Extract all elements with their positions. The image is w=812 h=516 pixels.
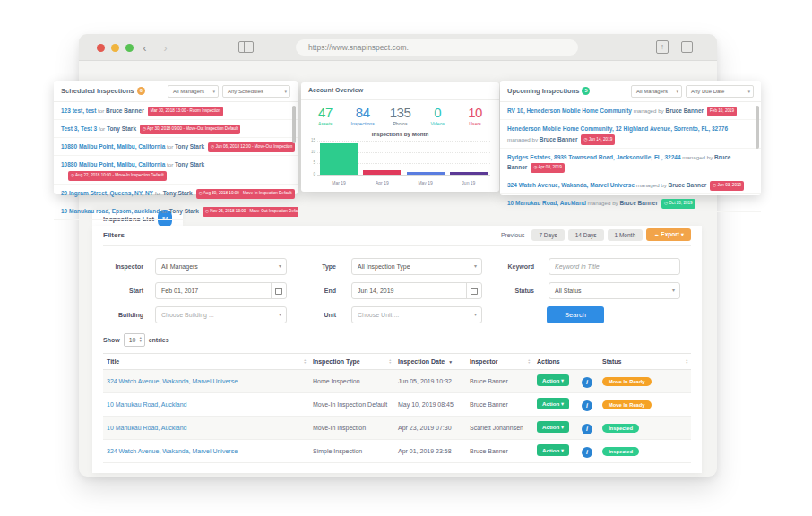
property-link[interactable]: 10880 Malibu Point, Malibu, California [61, 143, 165, 150]
row-title-link[interactable]: 10 Manukau Road, Auckland [107, 425, 187, 431]
inspector-field[interactable]: All Managers▾ [155, 258, 287, 275]
back-icon[interactable]: ‹ [143, 42, 147, 55]
range-button-1-month[interactable]: 1 Month [608, 229, 644, 241]
person-name[interactable]: Tony Stark [175, 143, 204, 150]
bar-jun-19[interactable] [450, 172, 488, 175]
upcoming-scrollbar[interactable] [756, 106, 759, 149]
status-badge: Move In Ready [602, 400, 652, 409]
sort-icon[interactable]: ▲▼ [527, 359, 531, 365]
date-badge: ◷ Apr 30, 2018 09:00 - Move-Out Inspecti… [140, 125, 240, 135]
list-item: Test 3, Test 3 for Tony Stark◷ Apr 30, 2… [54, 120, 298, 138]
person-name[interactable]: Bruce Banner [540, 136, 578, 142]
connector-text: for [160, 208, 169, 214]
range-button-7-days[interactable]: 7 Days [531, 229, 564, 241]
info-icon[interactable]: i [582, 447, 592, 458]
date-value: Feb 01, 2017 [161, 288, 198, 294]
page-size-stepper[interactable]: 10 ▲▼ [124, 333, 145, 347]
chevron-down-icon: ▾ [474, 307, 477, 322]
upcoming-manager-select[interactable]: All Managers▾ [631, 85, 682, 98]
property-link[interactable]: 10880 Malibu Point, Malibu, California [61, 161, 165, 168]
property-link[interactable]: 123 test, test [61, 108, 96, 114]
unit-field[interactable]: Choose Unit ...▾ [351, 306, 482, 323]
scheduled-scrollbar[interactable] [292, 106, 296, 143]
keyword-input[interactable] [555, 259, 674, 274]
tabs-overview-icon[interactable] [681, 41, 693, 53]
info-icon[interactable]: i [582, 400, 592, 411]
forward-icon[interactable]: › [164, 42, 168, 55]
property-link[interactable]: 10 Manukau road, Epsom, auckland [61, 208, 160, 214]
column-label: Status [602, 358, 621, 365]
bar-slot [317, 143, 360, 175]
stat-value: 10 [456, 105, 494, 120]
person-name[interactable]: Bruce Banner [106, 108, 144, 114]
sort-icon[interactable]: ▲▼ [388, 359, 392, 365]
info-icon[interactable]: i [582, 424, 592, 434]
inspections-table: Title▲▼Inspection Type▲▼Inspection Date▼… [103, 353, 691, 463]
search-button[interactable]: Search [547, 306, 604, 323]
list-item: RV 10, Henederson Mobile Home Community … [500, 102, 761, 120]
property-link[interactable]: Henederson Mobile Home Community, 12 Hig… [507, 125, 728, 132]
list-item: 10 Manukau Road, Auckland managed by Bru… [500, 194, 761, 212]
person-name[interactable]: Tony Stark [175, 161, 204, 168]
stepper-arrows-icon[interactable]: ▲▼ [139, 337, 143, 342]
bar-mar-19[interactable] [320, 143, 358, 175]
action-button[interactable]: Action ▾ [537, 421, 569, 433]
scheduled-header: Scheduled Inspections6 All Managers▾ Any… [54, 81, 298, 102]
property-link[interactable]: 20 Ingram Street, Queens, NY, NY [61, 190, 153, 196]
keyword-field[interactable] [549, 258, 680, 275]
previous-link[interactable]: Previous [501, 232, 524, 238]
status-field[interactable]: All Status▾ [549, 282, 680, 299]
column-header-title[interactable]: Title▲▼ [103, 354, 309, 370]
range-button-14-days[interactable]: 14 Days [568, 229, 604, 241]
property-link[interactable]: RV 10, Henederson Mobile Home Community [507, 108, 632, 114]
column-header-inspector[interactable]: Inspector▲▼ [466, 354, 533, 370]
property-link[interactable]: Test 3, Test 3 [61, 125, 97, 132]
close-window-icon[interactable] [97, 44, 105, 52]
sort-icon[interactable]: ▲▼ [303, 359, 307, 365]
bar-apr-19[interactable] [363, 170, 401, 175]
person-name[interactable]: Bruce Banner [619, 200, 658, 206]
info-icon[interactable]: i [582, 377, 592, 388]
share-icon[interactable]: ↑ [656, 40, 669, 54]
sort-desc-icon[interactable]: ▼ [448, 359, 453, 365]
action-button[interactable]: Action ▾ [537, 374, 569, 386]
person-name[interactable]: Tony Stark [107, 125, 136, 132]
person-name[interactable]: Tony Stark [169, 208, 199, 214]
action-button[interactable]: Action ▾ [537, 398, 569, 409]
upcoming-duedate-select[interactable]: Any Due Date▾ [686, 85, 754, 98]
type-field[interactable]: All Inspection Type▾ [351, 258, 482, 275]
person-name[interactable]: Bruce Banner [665, 108, 704, 114]
export-button[interactable]: ☁ Export ▾ [646, 228, 691, 241]
person-name[interactable]: Tony Stark [163, 190, 193, 196]
property-link[interactable]: 324 Watch Avenue, Wakanda, Marvel Univer… [507, 182, 635, 188]
sort-icon[interactable]: ▲▼ [685, 359, 688, 365]
start-field[interactable]: Feb 01, 2017 [155, 282, 287, 299]
x-tick-label: Apr 19 [360, 180, 403, 185]
sidebar-icon[interactable] [238, 41, 254, 53]
row-title-link[interactable]: 324 Watch Avenue, Wakanda, Marvel Univer… [107, 378, 238, 384]
upcoming-inspections-panel: Upcoming Inspections5 All Managers▾ Any … [500, 81, 761, 195]
scheduled-manager-select[interactable]: All Managers▾ [168, 85, 219, 98]
scheduled-title: Scheduled Inspections6 [61, 87, 145, 95]
minimize-window-icon[interactable] [111, 44, 119, 52]
column-header-status[interactable]: Status▲▼ [599, 354, 691, 370]
zoom-window-icon[interactable] [125, 44, 134, 52]
address-bar[interactable]: https://www.snapinspect.com. [296, 39, 578, 56]
scheduled-schedule-select[interactable]: Any Schedules▾ [222, 85, 290, 98]
column-header-inspection-type[interactable]: Inspection Type▲▼ [309, 354, 394, 370]
person-name[interactable]: Bruce Banner [669, 182, 707, 188]
stat-label: Photos [382, 121, 419, 126]
column-header-inspection-date[interactable]: Inspection Date▼ [394, 354, 466, 370]
row-title-link[interactable]: 10 Manukau Road, Auckland [107, 401, 187, 408]
bar-may-19[interactable] [407, 172, 445, 175]
status-badge: Move In Ready [602, 377, 652, 386]
building-field[interactable]: Choose Building ...▾ [155, 306, 287, 323]
property-link[interactable]: 10 Manukau Road, Auckland [507, 200, 586, 206]
list-item: Henederson Mobile Home Community, 12 Hig… [500, 120, 761, 149]
row-title-link[interactable]: 324 Watch Avenue, Wakanda, Marvel Univer… [107, 448, 238, 454]
property-link[interactable]: Rydges Estates, 8939 Townsend Road, Jack… [507, 154, 681, 160]
select-value: All Status [555, 288, 582, 294]
date-badge: Mar 30, 2018 13:00 - Room Inspection [148, 107, 223, 117]
end-field[interactable]: Jun 14, 2019 [351, 282, 482, 299]
action-button[interactable]: Action ▾ [537, 444, 569, 456]
